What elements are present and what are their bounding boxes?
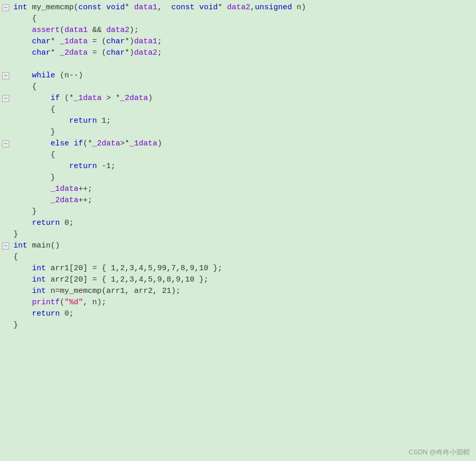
token-plain: *) [125, 48, 134, 57]
token-kw: else [13, 139, 69, 148]
code-line: { [0, 13, 476, 25]
token-kw: char [13, 37, 51, 46]
token-plain: = ( [88, 48, 106, 57]
code-tokens: } [11, 229, 18, 240]
token-plain: * [125, 3, 134, 12]
code-line: return 0; [0, 218, 476, 229]
code-tokens: while (n--) [11, 70, 83, 81]
token-plain: my_memcmp( [27, 3, 78, 12]
gutter [0, 303, 11, 304]
code-tokens: _1data++; [11, 184, 92, 195]
code-line: } [0, 127, 476, 138]
fold-button[interactable]: − [2, 95, 9, 102]
token-param-name: data1 [134, 3, 157, 12]
token-param-name: _2data [60, 48, 88, 57]
token-plain: n=my_memcmp(arr1, arr2, 21); [46, 287, 180, 295]
code-tokens: else if(*_2data>*_1data) [11, 138, 162, 150]
token-param-name: data2 [227, 3, 250, 12]
token-kw: int [13, 275, 46, 284]
gutter: − [0, 3, 11, 11]
gutter: − [0, 241, 11, 250]
token-plain: } [13, 173, 55, 182]
code-line: return 1; [0, 116, 476, 127]
token-param-name: _1data [129, 139, 157, 148]
gutter [0, 235, 11, 236]
token-plain: > * [102, 94, 120, 103]
token-kw: unsigned [255, 3, 292, 12]
code-tokens: } [11, 320, 18, 331]
gutter [0, 156, 11, 157]
token-macro: assert [13, 26, 60, 35]
token-kw: if [13, 94, 60, 103]
token-param-name: _1data [13, 185, 78, 193]
code-line: − if (*_1data > *_2data) [0, 93, 476, 104]
token-plain: n) [292, 3, 306, 12]
token-param-name: _2data [92, 139, 120, 148]
gutter [0, 292, 11, 293]
token-plain: main() [27, 241, 60, 250]
token-kw: return [13, 117, 97, 125]
code-tokens: { [11, 252, 18, 263]
code-line: return -1; [0, 161, 476, 172]
code-tokens: { [11, 13, 37, 25]
token-plain: arr1[20] = { 1,2,3,4,5,99,7,8,9,10 }; [46, 264, 222, 273]
token-str: "%d" [64, 298, 83, 307]
fold-button[interactable]: − [2, 140, 9, 147]
gutter [0, 20, 11, 21]
gutter [0, 133, 11, 134]
token-plain: >* [120, 139, 129, 148]
gutter [0, 201, 11, 202]
token-kw: char [106, 48, 125, 57]
fold-button[interactable]: − [2, 72, 9, 79]
token-kw: char [13, 48, 51, 57]
gutter [0, 59, 11, 60]
token-plain: (n--) [55, 71, 83, 80]
token-plain: ++; [78, 196, 92, 205]
token-plain: *) [125, 37, 134, 46]
code-tokens: { [11, 150, 55, 161]
token-kw: const [78, 3, 102, 12]
code-line: assert(data1 && data2); [0, 25, 476, 36]
token-kw: int [13, 287, 46, 295]
code-line: − while (n--) [0, 70, 476, 81]
token-plain: } [13, 207, 37, 216]
token-plain: 0; [60, 219, 74, 227]
token-plain: 1; [97, 117, 111, 125]
fold-button[interactable]: − [2, 242, 9, 250]
token-kw: void [106, 3, 125, 12]
code-line: char* _2data = (char*)data2; [0, 47, 476, 59]
token-plain: ( [60, 298, 64, 307]
fold-button[interactable]: − [2, 4, 9, 11]
token-plain: ; [157, 37, 162, 46]
gutter [0, 88, 11, 89]
code-tokens: return -1; [11, 161, 116, 172]
token-plain [194, 3, 199, 12]
code-tokens: } [11, 127, 55, 138]
token-param-name: _2data [13, 196, 78, 205]
token-param-name: data1 [134, 37, 157, 46]
gutter [0, 326, 11, 327]
code-line: −int main() [0, 240, 476, 252]
token-plain: ( [60, 26, 64, 35]
watermark: CSDN @咚咚小圆帽 [408, 448, 470, 457]
code-line: } [0, 320, 476, 331]
code-line: { [0, 104, 476, 116]
gutter [0, 31, 11, 32]
gutter [0, 224, 11, 225]
token-plain: } [13, 321, 18, 330]
code-line: − else if(*_2data>*_1data) [0, 138, 476, 150]
gutter [0, 281, 11, 282]
token-kw: return [13, 309, 60, 318]
code-line: { [0, 150, 476, 161]
gutter [0, 315, 11, 316]
token-plain: { [13, 83, 37, 91]
code-tokens: _2data++; [11, 195, 92, 206]
token-kw: while [13, 71, 55, 80]
code-tokens: return 0; [11, 218, 74, 229]
gutter [0, 110, 11, 111]
code-line: printf("%d", n); [0, 297, 476, 308]
gutter [0, 178, 11, 179]
token-plain: && [88, 26, 106, 35]
token-kw: int [13, 241, 27, 250]
token-plain: , n); [83, 298, 106, 307]
